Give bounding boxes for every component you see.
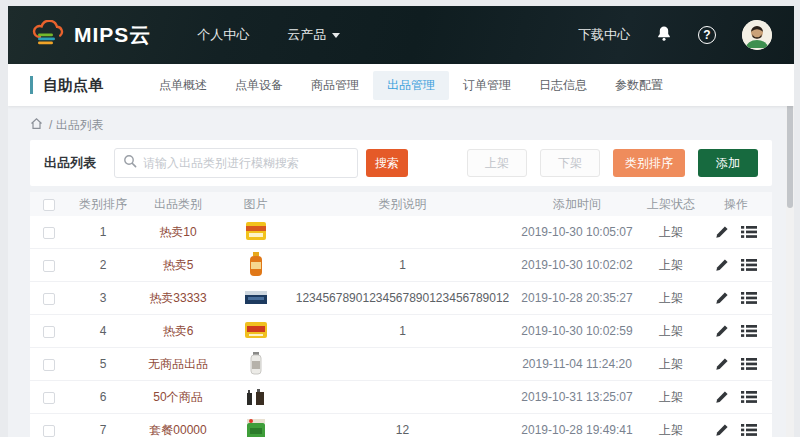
table-row: 7套餐00000122019-10-28 19:49:41上架 [30, 414, 772, 437]
category-order: 4 [68, 324, 138, 338]
secondary-navbar: 自助点单 点单概述点单设备商品管理出品管理订单管理日志信息参数配置 [8, 64, 794, 106]
nav-item-cloud-products[interactable]: 云产品 [287, 26, 340, 44]
cloud-logo-icon [30, 20, 66, 51]
nav-item-personal-center[interactable]: 个人中心 [197, 26, 249, 44]
product-image [243, 350, 269, 376]
tab-订单管理[interactable]: 订单管理 [449, 71, 525, 100]
category-name: 热卖33333 [138, 290, 218, 307]
category-order: 7 [68, 423, 138, 437]
add-button[interactable]: 添加 [698, 149, 758, 177]
off-shelf-button[interactable]: 下架 [540, 149, 600, 177]
select-all-checkbox[interactable] [43, 199, 55, 211]
tab-出品管理[interactable]: 出品管理 [373, 71, 449, 100]
shelf-status: 上架 [642, 356, 700, 373]
row-checkbox[interactable] [43, 293, 55, 305]
nav-menu: 个人中心 云产品 [197, 26, 340, 44]
avatar[interactable] [742, 20, 772, 50]
row-checkbox[interactable] [43, 359, 55, 371]
edit-button[interactable] [715, 225, 729, 239]
table-row: 1热卖102019-10-30 10:05:07上架 [30, 216, 772, 249]
edit-button[interactable] [715, 291, 729, 305]
breadcrumb: / 出品列表 [30, 116, 772, 134]
search-input[interactable] [143, 156, 349, 170]
detail-list-button[interactable] [741, 225, 757, 239]
top-navbar: MIPS云 个人中心 云产品 下载中心 ? [8, 6, 794, 64]
column-header: 类别说明 [293, 196, 512, 213]
category-name: 无商品出品 [138, 356, 218, 373]
content-area: / 出品列表 出品列表 搜索 上架 下架 类别排序 添加 类 [8, 106, 794, 437]
product-image [243, 284, 269, 310]
column-header: 图片 [218, 196, 293, 213]
list-title: 出品列表 [44, 154, 96, 172]
home-icon[interactable] [30, 117, 43, 133]
product-table: 类别排序出品类别图片类别说明添加时间上架状态操作 1热卖102019-10-30… [30, 192, 772, 437]
row-checkbox[interactable] [43, 392, 55, 404]
search-button[interactable]: 搜索 [366, 149, 408, 177]
product-table-body: 1热卖102019-10-30 10:05:07上架2热卖512019-10-3… [30, 216, 772, 437]
detail-list-button[interactable] [741, 258, 757, 272]
tab-点单设备[interactable]: 点单设备 [221, 71, 297, 100]
tab-点单概述[interactable]: 点单概述 [145, 71, 221, 100]
column-header: 上架状态 [642, 196, 700, 213]
detail-list-button[interactable] [741, 390, 757, 404]
search-icon [123, 154, 137, 172]
scrollbar[interactable] [786, 64, 794, 437]
category-order: 6 [68, 390, 138, 404]
shelf-status: 上架 [642, 422, 700, 437]
title-accent-bar [30, 76, 33, 94]
help-icon[interactable]: ? [698, 26, 716, 44]
table-header: 类别排序出品类别图片类别说明添加时间上架状态操作 [30, 192, 772, 216]
category-name: 热卖6 [138, 323, 218, 340]
shelf-status: 上架 [642, 290, 700, 307]
detail-list-button[interactable] [741, 324, 757, 338]
shelf-status: 上架 [642, 389, 700, 406]
detail-list-button[interactable] [741, 291, 757, 305]
shelf-status: 上架 [642, 257, 700, 274]
tab-日志信息[interactable]: 日志信息 [525, 71, 601, 100]
tab-bar: 点单概述点单设备商品管理出品管理订单管理日志信息参数配置 [145, 71, 677, 100]
row-checkbox[interactable] [43, 425, 55, 437]
table-row: 2热卖512019-10-30 10:02:02上架 [30, 249, 772, 282]
added-time: 2019-10-30 10:05:07 [512, 225, 642, 239]
on-shelf-button[interactable]: 上架 [467, 149, 527, 177]
brand[interactable]: MIPS云 [30, 20, 151, 51]
added-time: 2019-10-28 19:49:41 [512, 423, 642, 437]
edit-button[interactable] [715, 258, 729, 272]
detail-list-button[interactable] [741, 357, 757, 371]
nav-right: 下载中心 ? [578, 20, 772, 50]
download-center-link[interactable]: 下载中心 [578, 26, 630, 44]
category-sort-button[interactable]: 类别排序 [613, 149, 685, 177]
search-box [114, 148, 358, 178]
nav-item-label: 云产品 [287, 26, 326, 44]
tab-商品管理[interactable]: 商品管理 [297, 71, 373, 100]
category-order: 2 [68, 258, 138, 272]
column-header: 类别排序 [68, 196, 138, 213]
product-image [243, 218, 269, 244]
toolbar: 出品列表 搜索 上架 下架 类别排序 添加 [30, 140, 772, 186]
bell-icon[interactable] [656, 25, 672, 46]
tab-参数配置[interactable]: 参数配置 [601, 71, 677, 100]
product-image [243, 317, 269, 343]
category-order: 5 [68, 357, 138, 371]
category-name: 套餐00000 [138, 422, 218, 437]
edit-button[interactable] [715, 324, 729, 338]
edit-button[interactable] [715, 423, 729, 437]
product-image [243, 416, 269, 437]
column-header: 出品类别 [138, 196, 218, 213]
edit-button[interactable] [715, 357, 729, 371]
category-description: 12 [293, 423, 512, 437]
category-description: 1 [293, 258, 512, 272]
category-description: 12345678901234567890123456789012 [293, 291, 512, 305]
row-checkbox[interactable] [43, 260, 55, 272]
detail-list-button[interactable] [741, 423, 757, 437]
row-checkbox[interactable] [43, 326, 55, 338]
breadcrumb-path: / 出品列表 [49, 117, 104, 134]
table-row: 5无商品出品2019-11-04 11:24:20上架 [30, 348, 772, 381]
edit-button[interactable] [715, 390, 729, 404]
category-order: 3 [68, 291, 138, 305]
table-row: 4热卖612019-10-30 10:02:59上架 [30, 315, 772, 348]
row-checkbox[interactable] [43, 227, 55, 239]
chevron-down-icon [332, 33, 340, 38]
added-time: 2019-10-30 10:02:02 [512, 258, 642, 272]
app-window: MIPS云 个人中心 云产品 下载中心 ? [8, 6, 794, 437]
